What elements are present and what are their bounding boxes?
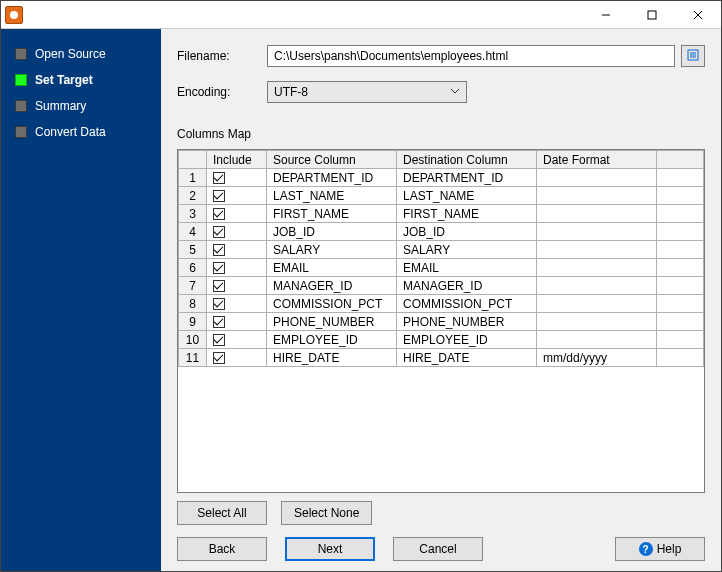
source-column-cell[interactable]: LAST_NAME [267,187,397,205]
source-column-cell[interactable]: COMMISSION_PCT [267,295,397,313]
source-column-cell[interactable]: FIRST_NAME [267,205,397,223]
dialog-window: Open Source Set Target Summary Convert D… [0,0,722,572]
header-destination[interactable]: Destination Column [397,151,537,169]
header-corner [179,151,207,169]
row-spacer [657,295,704,313]
include-checkbox[interactable] [213,244,225,256]
sidebar-item-summary[interactable]: Summary [9,99,153,113]
minimize-button[interactable] [583,1,629,28]
date-format-cell[interactable] [537,331,657,349]
include-cell[interactable] [207,259,267,277]
wizard-sidebar: Open Source Set Target Summary Convert D… [1,29,161,571]
date-format-cell[interactable] [537,169,657,187]
include-cell[interactable] [207,187,267,205]
date-format-cell[interactable] [537,295,657,313]
sidebar-item-convert-data[interactable]: Convert Data [9,125,153,139]
table-row[interactable]: 4JOB_IDJOB_ID [179,223,704,241]
browse-button[interactable] [681,45,705,67]
select-none-button[interactable]: Select None [281,501,372,525]
close-button[interactable] [675,1,721,28]
row-spacer [657,241,704,259]
table-row[interactable]: 9PHONE_NUMBERPHONE_NUMBER [179,313,704,331]
date-format-cell[interactable]: mm/dd/yyyy [537,349,657,367]
source-column-cell[interactable]: DEPARTMENT_ID [267,169,397,187]
source-column-cell[interactable]: MANAGER_ID [267,277,397,295]
include-cell[interactable] [207,277,267,295]
include-cell[interactable] [207,313,267,331]
header-source[interactable]: Source Column [267,151,397,169]
encoding-select[interactable]: UTF-8 [267,81,467,103]
table-row[interactable]: 1DEPARTMENT_IDDEPARTMENT_ID [179,169,704,187]
date-format-cell[interactable] [537,313,657,331]
table-row[interactable]: 8COMMISSION_PCTCOMMISSION_PCT [179,295,704,313]
date-format-cell[interactable] [537,277,657,295]
table-row[interactable]: 5SALARYSALARY [179,241,704,259]
window-controls [583,1,721,28]
date-format-cell[interactable] [537,259,657,277]
table-row[interactable]: 11HIRE_DATEHIRE_DATEmm/dd/yyyy [179,349,704,367]
include-checkbox[interactable] [213,334,225,346]
include-checkbox[interactable] [213,190,225,202]
table-row[interactable]: 10EMPLOYEE_IDEMPLOYEE_ID [179,331,704,349]
date-format-cell[interactable] [537,223,657,241]
include-checkbox[interactable] [213,280,225,292]
include-checkbox[interactable] [213,226,225,238]
table-row[interactable]: 2LAST_NAMELAST_NAME [179,187,704,205]
source-column-cell[interactable]: HIRE_DATE [267,349,397,367]
header-include[interactable]: Include [207,151,267,169]
destination-column-cell[interactable]: COMMISSION_PCT [397,295,537,313]
destination-column-cell[interactable]: SALARY [397,241,537,259]
include-checkbox[interactable] [213,262,225,274]
row-spacer [657,277,704,295]
date-format-cell[interactable] [537,187,657,205]
destination-column-cell[interactable]: PHONE_NUMBER [397,313,537,331]
include-checkbox[interactable] [213,172,225,184]
destination-column-cell[interactable]: LAST_NAME [397,187,537,205]
sidebar-item-set-target[interactable]: Set Target [9,73,153,87]
destination-column-cell[interactable]: DEPARTMENT_ID [397,169,537,187]
wizard-buttons: Back Next Cancel ? Help [177,537,705,561]
include-checkbox[interactable] [213,316,225,328]
include-cell[interactable] [207,331,267,349]
back-button[interactable]: Back [177,537,267,561]
sidebar-item-open-source[interactable]: Open Source [9,47,153,61]
include-checkbox[interactable] [213,352,225,364]
include-cell[interactable] [207,295,267,313]
svg-rect-1 [648,11,656,19]
destination-column-cell[interactable]: HIRE_DATE [397,349,537,367]
next-button[interactable]: Next [285,537,375,561]
sidebar-item-label: Open Source [35,47,106,61]
destination-column-cell[interactable]: EMPLOYEE_ID [397,331,537,349]
destination-column-cell[interactable]: MANAGER_ID [397,277,537,295]
select-all-button[interactable]: Select All [177,501,267,525]
maximize-button[interactable] [629,1,675,28]
cancel-button[interactable]: Cancel [393,537,483,561]
destination-column-cell[interactable]: JOB_ID [397,223,537,241]
source-column-cell[interactable]: EMPLOYEE_ID [267,331,397,349]
include-cell[interactable] [207,223,267,241]
include-checkbox[interactable] [213,208,225,220]
destination-column-cell[interactable]: EMAIL [397,259,537,277]
source-column-cell[interactable]: JOB_ID [267,223,397,241]
header-date-format[interactable]: Date Format [537,151,657,169]
source-column-cell[interactable]: SALARY [267,241,397,259]
destination-column-cell[interactable]: FIRST_NAME [397,205,537,223]
include-cell[interactable] [207,241,267,259]
date-format-cell[interactable] [537,205,657,223]
table-row[interactable]: 3FIRST_NAMEFIRST_NAME [179,205,704,223]
titlebar [1,1,721,29]
filename-input[interactable] [267,45,675,67]
table-row[interactable]: 7MANAGER_IDMANAGER_ID [179,277,704,295]
table-row[interactable]: 6EMAILEMAIL [179,259,704,277]
include-cell[interactable] [207,349,267,367]
source-column-cell[interactable]: PHONE_NUMBER [267,313,397,331]
date-format-cell[interactable] [537,241,657,259]
include-cell[interactable] [207,169,267,187]
source-column-cell[interactable]: EMAIL [267,259,397,277]
chevron-down-icon [450,85,460,99]
row-spacer [657,223,704,241]
help-button[interactable]: ? Help [615,537,705,561]
include-checkbox[interactable] [213,298,225,310]
sidebar-item-label: Summary [35,99,86,113]
include-cell[interactable] [207,205,267,223]
